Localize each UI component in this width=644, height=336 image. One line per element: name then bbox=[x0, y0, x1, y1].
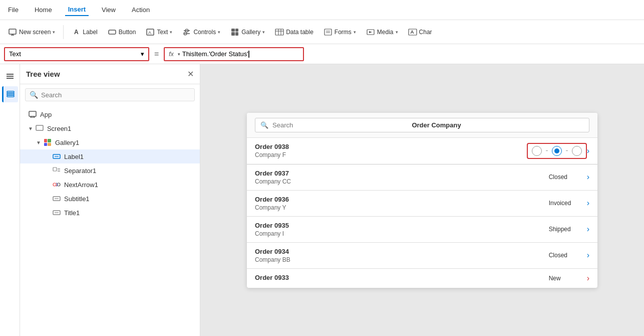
svg-rect-0 bbox=[9, 29, 16, 34]
control-line-1 bbox=[546, 150, 548, 151]
sidebar-icon-strip bbox=[0, 64, 20, 336]
item-left-0: Order 0938 Company F bbox=[255, 143, 527, 158]
new-screen-button[interactable]: New screen ▾ bbox=[4, 26, 59, 39]
item-company-4: Company BB bbox=[255, 256, 541, 263]
label-label: Label bbox=[83, 29, 97, 36]
svg-rect-24 bbox=[7, 93, 14, 95]
datatable-icon bbox=[275, 28, 284, 37]
text-icon: A bbox=[146, 28, 155, 37]
gallery-item-1[interactable]: Order 0937 Company CC Closed › bbox=[247, 164, 597, 191]
gallery1-expand-arrow[interactable]: ▼ bbox=[36, 140, 41, 145]
property-value: Text bbox=[9, 50, 21, 58]
controls-label: Controls bbox=[193, 29, 216, 36]
gallery-item-5[interactable]: Order 0933 New › bbox=[247, 269, 597, 288]
controls-button[interactable]: Controls ▾ bbox=[178, 26, 224, 39]
item-arrow-0[interactable]: › bbox=[587, 146, 589, 155]
tree-item-title1[interactable]: Title1 bbox=[20, 206, 200, 220]
item-status-5: New bbox=[549, 275, 579, 282]
separator1-icon bbox=[52, 166, 61, 175]
menu-home[interactable]: Home bbox=[32, 4, 55, 16]
datatable-button[interactable]: Data table bbox=[271, 26, 317, 39]
item-status-4: Closed bbox=[549, 252, 579, 259]
item-left-5: Order 0933 bbox=[255, 274, 541, 282]
label-button[interactable]: A Label bbox=[68, 26, 101, 39]
hamburger-menu-button[interactable] bbox=[2, 68, 18, 84]
tree-item-app[interactable]: App bbox=[20, 107, 200, 121]
status-control-selected[interactable] bbox=[527, 143, 587, 159]
menu-action[interactable]: Action bbox=[129, 4, 153, 16]
tree-separator1-label: Separator1 bbox=[64, 167, 96, 175]
new-screen-icon bbox=[8, 28, 17, 37]
gallery-search-input[interactable] bbox=[272, 121, 402, 129]
item-arrow-4[interactable]: › bbox=[587, 251, 589, 260]
item-order-1: Order 0937 bbox=[255, 170, 541, 177]
gallery-item-0[interactable]: Order 0938 Company F › bbox=[247, 138, 597, 164]
svg-rect-26 bbox=[7, 91, 14, 93]
tree-header: Tree view ✕ bbox=[20, 64, 200, 84]
item-company-0: Company F bbox=[255, 151, 527, 158]
tree-item-gallery1[interactable]: ▼ Gallery1 bbox=[20, 135, 200, 149]
forms-button[interactable]: Forms ▾ bbox=[319, 26, 360, 39]
svg-rect-3 bbox=[109, 30, 116, 34]
tree-item-subtitle1[interactable]: Subtitle1 bbox=[20, 192, 200, 206]
gallery-item-4[interactable]: Order 0934 Company BB Closed › bbox=[247, 243, 597, 269]
tree-screen1-label: Screen1 bbox=[47, 125, 71, 132]
item-arrow-1[interactable]: › bbox=[587, 173, 589, 182]
gallery-item-2[interactable]: Order 0936 Company Y Invoiced › bbox=[247, 191, 597, 217]
tree-item-label1[interactable]: Label1 bbox=[20, 149, 200, 163]
formula-dropdown-chevron[interactable]: ▾ bbox=[178, 52, 180, 57]
char-button[interactable]: Char bbox=[404, 26, 436, 39]
control-circle-1 bbox=[532, 146, 542, 156]
datatable-label: Data table bbox=[286, 29, 313, 36]
item-status-3: Shipped bbox=[549, 226, 579, 233]
subtitle1-icon bbox=[52, 194, 61, 203]
gallery-label: Gallery bbox=[241, 29, 260, 36]
tree-close-button[interactable]: ✕ bbox=[187, 69, 194, 79]
svg-rect-10 bbox=[275, 29, 283, 35]
gallery-chevron: ▾ bbox=[262, 30, 265, 35]
media-icon bbox=[366, 28, 375, 37]
toolbar: New screen ▾ A Label Button A Text ▾ Con… bbox=[0, 20, 644, 44]
tree-search-input[interactable] bbox=[41, 91, 190, 99]
gallery-item-3[interactable]: Order 0935 Company I Shipped › bbox=[247, 217, 597, 243]
forms-icon bbox=[324, 28, 333, 37]
button-button[interactable]: Button bbox=[104, 26, 140, 39]
cursor-caret bbox=[248, 51, 249, 58]
layers-icon-button[interactable] bbox=[2, 86, 18, 102]
item-left-2: Order 0936 Company Y bbox=[255, 196, 541, 211]
new-screen-label: New screen bbox=[19, 29, 51, 36]
tree-title: Tree view bbox=[26, 70, 60, 78]
formula-value[interactable]: ThisItem.'Order Status' bbox=[182, 50, 248, 58]
tree-item-screen1[interactable]: ▼ Screen1 bbox=[20, 121, 200, 135]
item-arrow-5[interactable]: › bbox=[587, 274, 589, 283]
text-label: Text bbox=[157, 29, 168, 36]
menu-insert[interactable]: Insert bbox=[65, 4, 89, 16]
property-selector[interactable]: Text ▾ bbox=[4, 47, 149, 61]
fx-label: fx bbox=[169, 51, 173, 58]
gallery-button[interactable]: Gallery ▾ bbox=[226, 26, 269, 39]
control-circle-inner bbox=[554, 148, 559, 153]
menu-file[interactable]: File bbox=[5, 4, 22, 16]
property-chevron: ▾ bbox=[141, 50, 144, 58]
text-button[interactable]: A Text ▾ bbox=[142, 26, 176, 39]
item-arrow-2[interactable]: › bbox=[587, 199, 589, 208]
screen-icon bbox=[35, 124, 44, 133]
tree-item-separator1[interactable]: Separator1 bbox=[20, 163, 200, 178]
gallery-search-container: 🔍 Order Company bbox=[255, 118, 589, 132]
item-arrow-3[interactable]: › bbox=[587, 225, 589, 234]
button-icon bbox=[108, 28, 117, 37]
item-left-4: Order 0934 Company BB bbox=[255, 248, 541, 263]
controls-chevron: ▾ bbox=[218, 30, 220, 35]
gallery-tree-icon bbox=[43, 138, 52, 147]
tree-item-nextarrow1[interactable]: NextArrow1 bbox=[20, 178, 200, 192]
screen1-expand-arrow[interactable]: ▼ bbox=[28, 126, 33, 131]
media-button[interactable]: Media ▾ bbox=[362, 26, 402, 39]
label1-icon bbox=[52, 152, 61, 161]
app-icon bbox=[28, 110, 37, 119]
svg-rect-31 bbox=[36, 125, 43, 130]
text-chevron: ▾ bbox=[170, 30, 172, 35]
svg-rect-34 bbox=[53, 167, 57, 171]
tree-app-label: App bbox=[40, 111, 52, 118]
media-chevron: ▾ bbox=[396, 30, 398, 35]
menu-view[interactable]: View bbox=[99, 4, 119, 16]
